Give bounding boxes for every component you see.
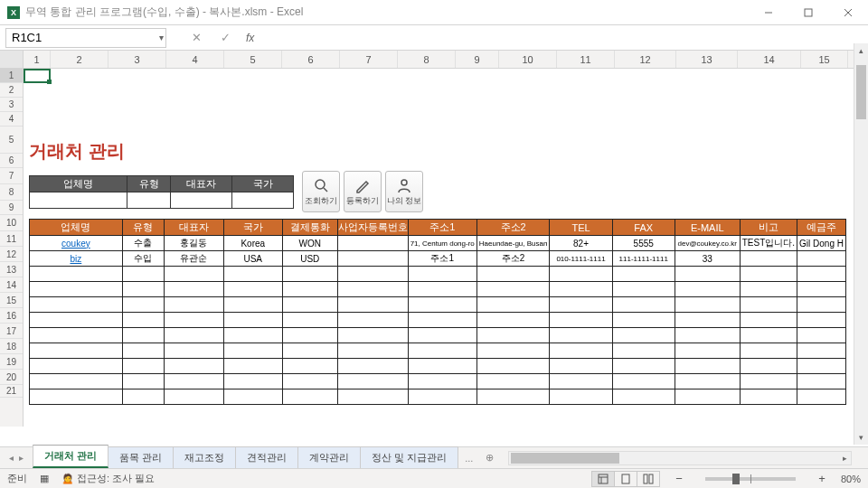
table-cell[interactable] — [476, 297, 550, 313]
table-cell[interactable] — [337, 297, 408, 313]
filter-input-cell[interactable] — [127, 192, 171, 209]
column-header[interactable]: 4 — [166, 51, 224, 68]
row-header[interactable]: 15 — [0, 293, 23, 308]
table-cell[interactable] — [223, 282, 282, 297]
chevron-down-icon[interactable]: ▾ — [159, 33, 164, 42]
row-header[interactable]: 12 — [0, 247, 23, 262]
table-cell[interactable] — [282, 389, 337, 405]
filter-input-cell[interactable] — [232, 192, 294, 209]
table-cell[interactable]: dev@coukey.co.kr — [675, 236, 740, 251]
column-header[interactable]: 2 — [51, 51, 108, 68]
table-cell[interactable] — [30, 267, 123, 282]
table-cell[interactable] — [165, 343, 224, 359]
table-cell[interactable] — [612, 374, 675, 389]
table-cell[interactable] — [476, 359, 550, 374]
column-header[interactable]: 10 — [499, 51, 557, 68]
table-cell[interactable] — [612, 343, 675, 359]
table-cell[interactable] — [282, 282, 337, 297]
row-header[interactable]: 9 — [0, 201, 23, 215]
table-cell[interactable] — [408, 328, 476, 343]
row-header[interactable]: 19 — [0, 354, 23, 370]
search-btn[interactable]: 조회하기 — [302, 171, 340, 212]
table-cell[interactable]: Korea — [223, 236, 282, 251]
zoom-in-button[interactable]: + — [816, 472, 828, 485]
table-cell[interactable] — [675, 282, 740, 297]
table-cell[interactable] — [282, 343, 337, 359]
row-header[interactable]: 17 — [0, 324, 23, 339]
table-cell[interactable] — [740, 328, 797, 343]
row-header[interactable]: 6 — [0, 154, 23, 168]
table-cell[interactable] — [122, 282, 164, 297]
fx-icon[interactable]: fx — [242, 32, 258, 44]
myinfo-btn[interactable]: 나의 정보 — [385, 171, 423, 212]
table-cell[interactable] — [408, 359, 476, 374]
table-cell[interactable] — [223, 374, 282, 389]
table-cell[interactable] — [122, 389, 164, 405]
table-cell[interactable] — [165, 359, 224, 374]
table-cell[interactable] — [223, 343, 282, 359]
row-header[interactable]: 13 — [0, 262, 23, 277]
sheet-tab[interactable]: 재고조정 — [173, 446, 236, 468]
column-header[interactable]: 3 — [108, 51, 166, 68]
row-header[interactable]: 11 — [0, 231, 23, 247]
view-page-layout-button[interactable] — [614, 471, 637, 487]
table-cell[interactable] — [408, 313, 476, 328]
table-cell[interactable] — [223, 313, 282, 328]
minimize-button[interactable] — [749, 0, 788, 25]
table-cell[interactable] — [337, 389, 408, 405]
column-header[interactable]: 13 — [676, 51, 738, 68]
table-cell[interactable] — [550, 282, 612, 297]
table-cell[interactable] — [476, 282, 550, 297]
tab-more-button[interactable]: ... — [458, 449, 480, 467]
table-cell[interactable] — [476, 374, 550, 389]
table-cell[interactable] — [337, 251, 408, 267]
table-cell[interactable] — [223, 328, 282, 343]
row-header[interactable]: 14 — [0, 277, 23, 293]
tab-nav-prev-icon[interactable]: ◂ — [7, 451, 15, 465]
row-header[interactable]: 10 — [0, 215, 23, 231]
scroll-up-icon[interactable]: ▴ — [854, 43, 868, 58]
table-cell[interactable] — [30, 282, 123, 297]
table-cell[interactable] — [165, 282, 224, 297]
column-header[interactable]: 12 — [615, 51, 676, 68]
table-cell[interactable] — [122, 374, 164, 389]
table-cell[interactable] — [30, 297, 123, 313]
table-cell[interactable] — [612, 328, 675, 343]
table-cell[interactable] — [476, 328, 550, 343]
table-cell[interactable] — [337, 313, 408, 328]
row-header[interactable]: 1 — [0, 69, 23, 83]
column-header[interactable]: 6 — [282, 51, 340, 68]
table-cell[interactable] — [408, 374, 476, 389]
table-cell[interactable] — [122, 359, 164, 374]
sheet-tab[interactable]: 거래처 관리 — [33, 445, 108, 468]
scroll-thumb[interactable] — [856, 65, 866, 119]
table-cell[interactable] — [223, 267, 282, 282]
table-cell[interactable] — [740, 359, 797, 374]
horizontal-scrollbar[interactable]: ◂ ▸ — [508, 451, 852, 465]
table-cell[interactable] — [612, 389, 675, 405]
table-cell[interactable] — [122, 313, 164, 328]
tab-add-button[interactable]: ⊕ — [480, 448, 499, 467]
table-cell[interactable]: 5555 — [612, 236, 675, 251]
formula-input[interactable] — [263, 28, 863, 48]
table-cell[interactable]: 82+ — [550, 236, 612, 251]
cancel-formula-button[interactable]: ✕ — [184, 28, 208, 48]
table-cell[interactable] — [675, 328, 740, 343]
column-header[interactable]: 5 — [224, 51, 282, 68]
table-cell[interactable] — [122, 328, 164, 343]
row-header[interactable]: 2 — [0, 83, 23, 98]
column-header[interactable]: 9 — [456, 51, 499, 68]
enter-formula-button[interactable]: ✓ — [213, 28, 237, 48]
table-cell[interactable] — [408, 389, 476, 405]
table-cell[interactable]: coukey — [30, 236, 123, 251]
zoom-slider[interactable] — [705, 477, 796, 481]
table-cell[interactable] — [797, 328, 846, 343]
table-cell[interactable] — [30, 328, 123, 343]
table-cell[interactable] — [612, 282, 675, 297]
select-all-corner[interactable] — [0, 51, 24, 68]
row-header[interactable]: 18 — [0, 339, 23, 354]
worksheet[interactable]: 거래처 관리 업체명유형대표자국가 조회하기등록하기나의 정보 업체명유형대표자… — [24, 69, 868, 427]
table-cell[interactable] — [282, 313, 337, 328]
row-header[interactable]: 16 — [0, 308, 23, 324]
filter-input-cell[interactable] — [171, 192, 232, 209]
